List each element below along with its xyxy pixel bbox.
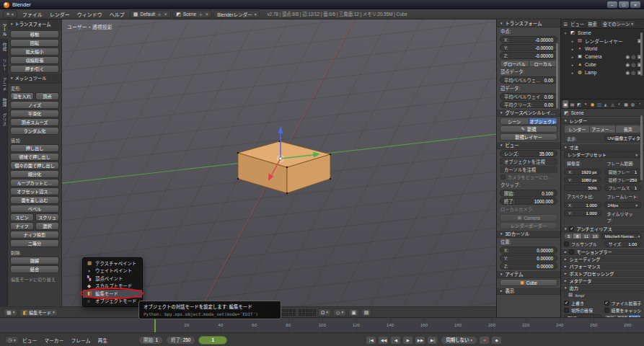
tool-button[interactable]: スクリュ <box>35 213 59 221</box>
shelf-tab[interactable]: グリス <box>0 110 8 129</box>
panel-header[interactable]: ▼寸法 <box>561 143 644 151</box>
panel-button[interactable]: ✎新規 <box>500 125 557 133</box>
segment-button[interactable]: アニメー… <box>590 125 615 133</box>
tool-button[interactable]: 回転 <box>10 39 59 47</box>
expand-icon[interactable]: ▸ <box>570 47 575 51</box>
modifiers-tab-icon[interactable]: ◭ <box>603 100 609 108</box>
layer-toggle[interactable] <box>286 309 288 312</box>
tool-button[interactable]: ナイフ投影 <box>10 231 59 239</box>
editor-type-button[interactable]: ▦▾ <box>4 309 17 316</box>
value-field[interactable]: X:0.00000 <box>500 247 557 254</box>
panel-button[interactable]: 新規レイヤー <box>500 133 557 141</box>
add-layout-icon[interactable]: ＋ <box>157 11 162 17</box>
shelf-tab[interactable]: アニメ <box>0 74 8 94</box>
value-field[interactable]: X:1920 px <box>564 169 601 175</box>
current-frame-field[interactable]: 1 <box>198 336 227 345</box>
panel-button[interactable]: ▤/tmp/ <box>564 292 641 298</box>
layer-toggle[interactable] <box>309 313 312 316</box>
auto-keyframe-button[interactable]: ◆ <box>491 336 502 345</box>
checkbox[interactable]: 結果をキャッシュ <box>604 307 642 313</box>
properties-scrollbar[interactable] <box>640 115 643 180</box>
screen-layout-selector[interactable]: ▦ Default ＋ ✕ <box>130 10 171 18</box>
tool-button[interactable]: 押し出し <box>10 144 59 152</box>
segment-button[interactable]: 8 <box>573 233 582 239</box>
panel-header[interactable]: ▼グリースペンシルレイ… <box>497 109 560 117</box>
close-button[interactable]: × <box>630 1 640 8</box>
panel-button[interactable]: レンダーボーダー <box>500 222 557 229</box>
tool-button[interactable]: 移動 <box>10 30 59 38</box>
value-field[interactable]: フレームス1 <box>604 185 642 191</box>
play-reverse-button[interactable]: ◀ <box>390 336 401 345</box>
panel-header[interactable]: ▼ビュー <box>497 141 560 149</box>
checkbox[interactable]: 場所の確保 <box>564 307 601 313</box>
value-field[interactable]: Z:-0.00000 <box>500 52 557 59</box>
value-field[interactable]: X:1.000 <box>564 202 601 208</box>
layer-toggle[interactable] <box>313 309 316 312</box>
outliner-item[interactable]: ▸▣Camera◉◎▣ <box>561 53 644 61</box>
minimize-button[interactable]: − <box>607 1 617 8</box>
layer-toggle[interactable] <box>293 313 296 316</box>
tool-button[interactable]: 結合 <box>10 265 59 273</box>
value-field[interactable]: 開始フレー1 <box>604 169 642 175</box>
dropdown[interactable]: Mitchell-Netrav…▾ <box>601 233 641 239</box>
tool-button[interactable]: 融解 <box>10 257 59 265</box>
tool-button[interactable]: 面を差し込む <box>10 196 59 204</box>
mode-menu-item[interactable]: ◆スカルプトモード <box>83 283 142 290</box>
timeline-menu[interactable]: ビュー <box>19 337 40 344</box>
menubar-menu[interactable]: ファイル <box>19 11 46 18</box>
panel-header[interactable]: ►パフォーマンス <box>561 262 644 270</box>
shelf-section-header[interactable]: ▼メッシュツール <box>8 74 61 84</box>
current-frame-indicator[interactable] <box>154 318 156 332</box>
outliner-scrollbar[interactable] <box>640 32 643 76</box>
panel-header[interactable]: ▼レンダー <box>561 117 644 124</box>
value-field[interactable]: レンズ:35.000 <box>500 150 557 157</box>
tool-button[interactable]: 個々の面で押し出し <box>10 161 59 169</box>
mode-menu-item[interactable]: ▚頂点ペイント <box>83 275 142 283</box>
value-field[interactable]: Z:0.00000 <box>500 262 557 270</box>
layer-toggle[interactable] <box>309 309 312 312</box>
outliner-menu[interactable]: ビュー <box>570 21 584 27</box>
value-field[interactable]: Y:-0.00000 <box>500 44 557 51</box>
outliner-item[interactable]: ▸▤レンダーレイヤー▣ <box>561 37 644 45</box>
shelf-tab[interactable]: 作成 <box>0 39 8 55</box>
record-button[interactable]: ● <box>479 336 490 345</box>
checkbox[interactable]: ✓上書き <box>564 300 601 306</box>
tool-button[interactable]: ランダム化 <box>10 127 59 135</box>
value-field[interactable]: Y:0.00000 <box>500 254 557 262</box>
segment-button[interactable]: オブジェクト <box>529 117 558 125</box>
render-tab-icon[interactable]: ▣ <box>563 100 568 108</box>
editor-type-button[interactable]: ≡▾ <box>3 10 17 18</box>
layer-toggle[interactable] <box>299 309 301 312</box>
scene-tab-icon[interactable]: ◩ <box>576 100 582 108</box>
data-tab-icon[interactable]: ◬ <box>609 100 615 108</box>
panel-button[interactable]: ◼Cube <box>500 279 557 286</box>
layer-toggle[interactable] <box>282 309 285 312</box>
outliner-display-filter[interactable]: 全てのシーン ▾ <box>600 20 636 27</box>
tool-button[interactable]: ループカットと… <box>10 179 59 187</box>
layer-toggle[interactable] <box>313 313 316 316</box>
tool-button[interactable]: ノイズ <box>10 101 59 109</box>
timeline-menu[interactable]: 再生 <box>94 337 111 344</box>
tool-button[interactable]: オフセット辺ス… <box>10 187 59 195</box>
start-frame-field[interactable]: 開始:1 <box>138 336 163 345</box>
shelf-section-header[interactable]: ▼トランスフォーム <box>8 19 61 30</box>
outliner-item[interactable]: ▾◩Scene <box>561 29 644 37</box>
segment-button[interactable]: 音声 <box>616 125 641 133</box>
tool-button[interactable]: 選択 <box>35 222 59 230</box>
layer-toggle[interactable] <box>289 313 292 316</box>
panel-header[interactable]: ►モーションブラー <box>561 248 644 255</box>
opengl-render-anim-button[interactable]: ▤ <box>361 309 372 316</box>
snap-element-button[interactable]: ◇▾ <box>333 309 346 316</box>
expand-icon[interactable]: ▸ <box>570 71 575 75</box>
value-field[interactable]: X:-0.00000 <box>500 36 557 43</box>
layer-toggle[interactable] <box>299 313 301 316</box>
layer-toggle[interactable] <box>293 309 296 312</box>
value-field[interactable]: 平均ベベルウェイ0.00 <box>500 93 557 100</box>
layer-toggle[interactable] <box>289 309 292 312</box>
panel-header-checkbox[interactable] <box>569 249 574 254</box>
render-layers-tab-icon[interactable]: ▤ <box>569 100 575 108</box>
panel-header[interactable]: ▼3Dカーソル <box>497 230 560 238</box>
panel-header[interactable]: ►メタデータ <box>561 277 644 284</box>
value-field[interactable]: 50% <box>564 185 601 191</box>
tool-button[interactable]: 押す/引く <box>10 65 59 73</box>
